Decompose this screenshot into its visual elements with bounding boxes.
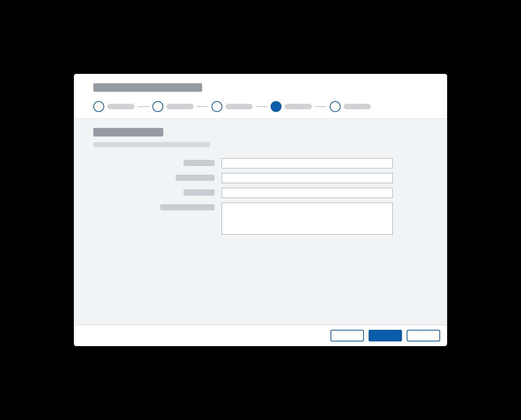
wizard-window (74, 74, 447, 346)
form-row (93, 173, 428, 183)
step-connector (197, 106, 208, 107)
step-label (285, 104, 312, 109)
section-description (93, 142, 210, 147)
form-row (93, 203, 428, 234)
step-3[interactable] (212, 101, 253, 112)
section-title (93, 128, 163, 136)
step-circle-icon (271, 101, 281, 112)
step-label (107, 104, 135, 109)
form-row (93, 158, 428, 168)
step-1[interactable] (93, 101, 135, 112)
wizard-body (74, 119, 447, 325)
form-row (93, 188, 428, 198)
text-input-1[interactable] (222, 158, 393, 168)
wizard-stepper (93, 101, 428, 112)
step-label (226, 104, 253, 109)
field-label (184, 160, 215, 166)
step-connector (138, 106, 149, 107)
wizard-header (74, 74, 447, 119)
step-4[interactable] (271, 101, 312, 112)
step-label (344, 104, 371, 109)
step-circle-icon (93, 101, 104, 112)
step-label (166, 104, 194, 109)
wizard-footer (74, 325, 447, 346)
step-connector (315, 106, 327, 107)
cancel-button[interactable] (407, 330, 440, 341)
step-5[interactable] (330, 101, 371, 112)
text-input-3[interactable] (222, 188, 393, 198)
step-circle-icon (330, 101, 341, 112)
wizard-title (93, 83, 202, 92)
field-label (160, 204, 215, 210)
next-button[interactable] (369, 330, 402, 341)
text-input-2[interactable] (222, 173, 393, 183)
textarea-input[interactable] (222, 203, 393, 234)
field-label (176, 175, 215, 181)
step-circle-icon (152, 101, 163, 112)
step-circle-icon (212, 101, 222, 112)
field-label (184, 189, 215, 196)
step-connector (256, 106, 267, 107)
step-2[interactable] (152, 101, 194, 112)
back-button[interactable] (330, 330, 364, 341)
